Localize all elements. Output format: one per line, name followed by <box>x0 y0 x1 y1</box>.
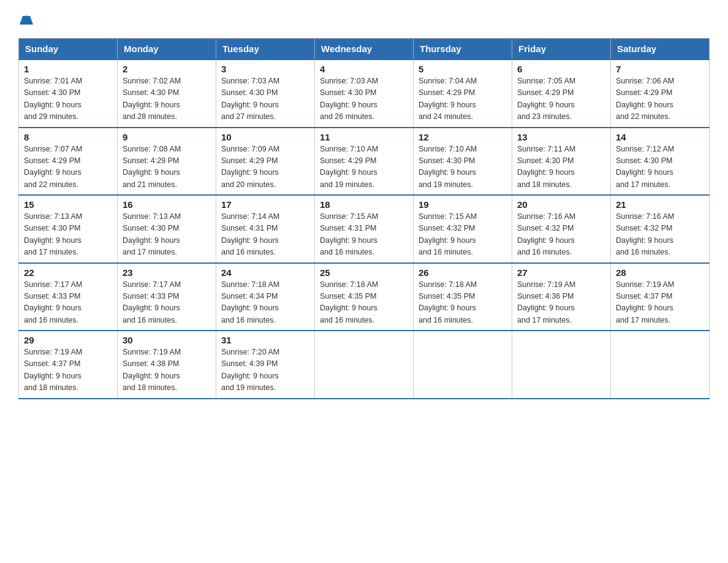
day-number: 25 <box>320 267 408 278</box>
day-cell-14: 14 Sunrise: 7:12 AM Sunset: 4:30 PM Dayl… <box>611 128 710 196</box>
day-number: 20 <box>517 199 605 210</box>
day-info: Sunrise: 7:13 AM Sunset: 4:30 PM Dayligh… <box>123 211 211 259</box>
day-info: Sunrise: 7:16 AM Sunset: 4:32 PM Dayligh… <box>517 211 605 259</box>
day-info: Sunrise: 7:15 AM Sunset: 4:32 PM Dayligh… <box>419 211 507 259</box>
day-info: Sunrise: 7:18 AM Sunset: 4:35 PM Dayligh… <box>320 279 408 327</box>
logo-icon <box>20 13 33 27</box>
day-cell-18: 18 Sunrise: 7:15 AM Sunset: 4:31 PM Dayl… <box>315 195 414 263</box>
day-info: Sunrise: 7:10 AM Sunset: 4:30 PM Dayligh… <box>419 144 507 191</box>
day-cell-5: 5 Sunrise: 7:04 AM Sunset: 4:29 PM Dayli… <box>414 59 512 128</box>
day-cell-29: 29 Sunrise: 7:19 AM Sunset: 4:37 PM Dayl… <box>19 331 118 399</box>
day-number: 4 <box>320 64 408 74</box>
logo <box>18 12 33 27</box>
day-number: 5 <box>419 64 507 74</box>
day-cell-28: 28 Sunrise: 7:19 AM Sunset: 4:37 PM Dayl… <box>611 263 710 331</box>
day-info: Sunrise: 7:18 AM Sunset: 4:35 PM Dayligh… <box>419 279 507 327</box>
day-cell-17: 17 Sunrise: 7:14 AM Sunset: 4:31 PM Dayl… <box>216 195 315 263</box>
empty-cell <box>611 331 710 399</box>
day-info: Sunrise: 7:03 AM Sunset: 4:30 PM Dayligh… <box>320 75 408 123</box>
day-cell-2: 2 Sunrise: 7:02 AM Sunset: 4:30 PM Dayli… <box>118 59 216 128</box>
day-info: Sunrise: 7:08 AM Sunset: 4:29 PM Dayligh… <box>123 144 211 191</box>
day-number: 22 <box>24 267 112 278</box>
day-number: 2 <box>123 64 211 74</box>
week-row-2: 8 Sunrise: 7:07 AM Sunset: 4:29 PM Dayli… <box>19 128 710 196</box>
day-number: 19 <box>419 199 507 210</box>
day-cell-6: 6 Sunrise: 7:05 AM Sunset: 4:29 PM Dayli… <box>512 59 611 128</box>
week-row-4: 22 Sunrise: 7:17 AM Sunset: 4:33 PM Dayl… <box>19 263 710 331</box>
day-cell-25: 25 Sunrise: 7:18 AM Sunset: 4:35 PM Dayl… <box>315 263 414 331</box>
day-info: Sunrise: 7:17 AM Sunset: 4:33 PM Dayligh… <box>24 279 112 327</box>
page-header <box>18 12 710 27</box>
day-cell-30: 30 Sunrise: 7:19 AM Sunset: 4:38 PM Dayl… <box>118 331 216 399</box>
day-cell-24: 24 Sunrise: 7:18 AM Sunset: 4:34 PM Dayl… <box>216 263 315 331</box>
day-number: 9 <box>123 132 211 142</box>
calendar-table: SundayMondayTuesdayWednesdayThursdayFrid… <box>18 38 710 399</box>
column-header-saturday: Saturday <box>611 39 710 60</box>
day-info: Sunrise: 7:19 AM Sunset: 4:37 PM Dayligh… <box>24 347 112 394</box>
day-cell-1: 1 Sunrise: 7:01 AM Sunset: 4:30 PM Dayli… <box>19 59 118 128</box>
empty-cell <box>512 331 611 399</box>
day-info: Sunrise: 7:01 AM Sunset: 4:30 PM Dayligh… <box>24 75 112 123</box>
day-number: 28 <box>616 267 704 278</box>
header-row: SundayMondayTuesdayWednesdayThursdayFrid… <box>19 39 710 60</box>
day-cell-9: 9 Sunrise: 7:08 AM Sunset: 4:29 PM Dayli… <box>118 128 216 196</box>
day-cell-21: 21 Sunrise: 7:16 AM Sunset: 4:32 PM Dayl… <box>611 195 710 263</box>
empty-cell <box>414 331 512 399</box>
day-number: 14 <box>616 132 704 142</box>
day-info: Sunrise: 7:09 AM Sunset: 4:29 PM Dayligh… <box>221 144 309 191</box>
day-info: Sunrise: 7:06 AM Sunset: 4:29 PM Dayligh… <box>616 75 704 123</box>
day-info: Sunrise: 7:02 AM Sunset: 4:30 PM Dayligh… <box>123 75 211 123</box>
column-header-wednesday: Wednesday <box>315 39 414 60</box>
day-number: 6 <box>517 64 605 74</box>
day-number: 3 <box>221 64 309 74</box>
day-cell-8: 8 Sunrise: 7:07 AM Sunset: 4:29 PM Dayli… <box>19 128 118 196</box>
day-info: Sunrise: 7:19 AM Sunset: 4:37 PM Dayligh… <box>616 279 704 327</box>
day-number: 1 <box>24 64 112 74</box>
day-number: 31 <box>221 335 309 345</box>
day-number: 8 <box>24 132 112 142</box>
column-header-monday: Monday <box>118 39 216 60</box>
day-info: Sunrise: 7:17 AM Sunset: 4:33 PM Dayligh… <box>123 279 211 327</box>
day-cell-19: 19 Sunrise: 7:15 AM Sunset: 4:32 PM Dayl… <box>414 195 512 263</box>
day-number: 29 <box>24 335 112 345</box>
day-number: 18 <box>320 199 408 210</box>
calendar-body: 1 Sunrise: 7:01 AM Sunset: 4:30 PM Dayli… <box>19 59 710 399</box>
day-number: 15 <box>24 199 112 210</box>
day-cell-11: 11 Sunrise: 7:10 AM Sunset: 4:29 PM Dayl… <box>315 128 414 196</box>
day-number: 10 <box>221 132 309 142</box>
day-cell-23: 23 Sunrise: 7:17 AM Sunset: 4:33 PM Dayl… <box>118 263 216 331</box>
day-cell-13: 13 Sunrise: 7:11 AM Sunset: 4:30 PM Dayl… <box>512 128 611 196</box>
day-cell-16: 16 Sunrise: 7:13 AM Sunset: 4:30 PM Dayl… <box>118 195 216 263</box>
day-cell-31: 31 Sunrise: 7:20 AM Sunset: 4:39 PM Dayl… <box>216 331 315 399</box>
day-number: 7 <box>616 64 704 74</box>
day-number: 13 <box>517 132 605 142</box>
column-header-thursday: Thursday <box>414 39 512 60</box>
empty-cell <box>315 331 414 399</box>
day-number: 16 <box>123 199 211 210</box>
day-info: Sunrise: 7:16 AM Sunset: 4:32 PM Dayligh… <box>616 211 704 259</box>
day-info: Sunrise: 7:19 AM Sunset: 4:36 PM Dayligh… <box>517 279 605 327</box>
week-row-5: 29 Sunrise: 7:19 AM Sunset: 4:37 PM Dayl… <box>19 331 710 399</box>
day-info: Sunrise: 7:15 AM Sunset: 4:31 PM Dayligh… <box>320 211 408 259</box>
day-cell-4: 4 Sunrise: 7:03 AM Sunset: 4:30 PM Dayli… <box>315 59 414 128</box>
day-number: 17 <box>221 199 309 210</box>
day-cell-12: 12 Sunrise: 7:10 AM Sunset: 4:30 PM Dayl… <box>414 128 512 196</box>
day-cell-22: 22 Sunrise: 7:17 AM Sunset: 4:33 PM Dayl… <box>19 263 118 331</box>
day-info: Sunrise: 7:19 AM Sunset: 4:38 PM Dayligh… <box>123 347 211 394</box>
day-cell-3: 3 Sunrise: 7:03 AM Sunset: 4:30 PM Dayli… <box>216 59 315 128</box>
day-info: Sunrise: 7:10 AM Sunset: 4:29 PM Dayligh… <box>320 144 408 191</box>
week-row-3: 15 Sunrise: 7:13 AM Sunset: 4:30 PM Dayl… <box>19 195 710 263</box>
day-cell-15: 15 Sunrise: 7:13 AM Sunset: 4:30 PM Dayl… <box>19 195 118 263</box>
day-cell-20: 20 Sunrise: 7:16 AM Sunset: 4:32 PM Dayl… <box>512 195 611 263</box>
day-number: 24 <box>221 267 309 278</box>
day-number: 26 <box>419 267 507 278</box>
column-header-sunday: Sunday <box>19 39 118 60</box>
day-number: 11 <box>320 132 408 142</box>
day-info: Sunrise: 7:13 AM Sunset: 4:30 PM Dayligh… <box>24 211 112 259</box>
day-info: Sunrise: 7:12 AM Sunset: 4:30 PM Dayligh… <box>616 144 704 191</box>
day-number: 30 <box>123 335 211 345</box>
day-info: Sunrise: 7:07 AM Sunset: 4:29 PM Dayligh… <box>24 144 112 191</box>
day-cell-26: 26 Sunrise: 7:18 AM Sunset: 4:35 PM Dayl… <box>414 263 512 331</box>
day-number: 27 <box>517 267 605 278</box>
day-info: Sunrise: 7:14 AM Sunset: 4:31 PM Dayligh… <box>221 211 309 259</box>
